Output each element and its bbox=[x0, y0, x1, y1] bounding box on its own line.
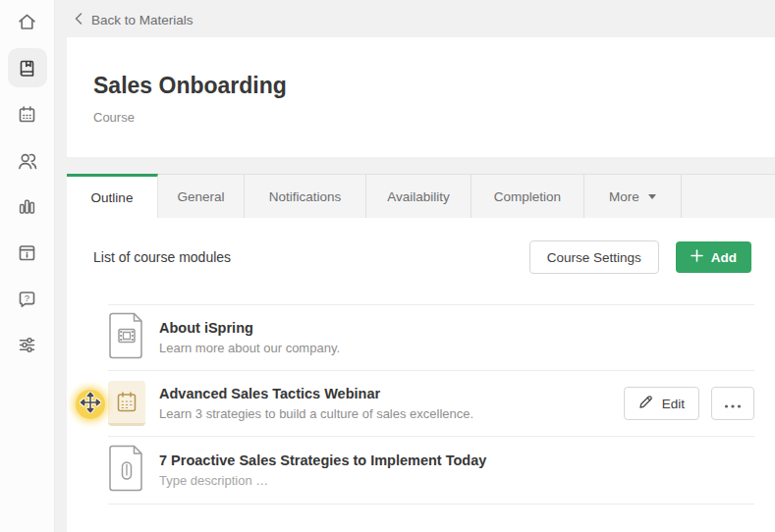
tab-label: Notifications bbox=[269, 189, 342, 204]
tab-more[interactable]: More bbox=[584, 174, 682, 218]
module-description: Learn more about our company. bbox=[159, 341, 754, 355]
breadcrumb[interactable]: Back to Materials bbox=[75, 10, 194, 29]
modules-list-label: List of course modules bbox=[93, 249, 529, 265]
breadcrumb-label: Back to Materials bbox=[91, 13, 194, 27]
module-title: About iSpring bbox=[159, 320, 754, 336]
outline-panel: List of course modules Course Settings A… bbox=[67, 218, 775, 532]
module-row-about-ispring[interactable]: About iSpring Learn more about our compa… bbox=[108, 304, 754, 370]
tab-general[interactable]: General bbox=[158, 174, 245, 218]
tab-outline[interactable]: Outline bbox=[67, 174, 158, 218]
module-description: Learn 3 strategies to build a culture of… bbox=[159, 406, 624, 421]
module-list: About iSpring Learn more about our compa… bbox=[67, 304, 775, 505]
video-file-icon bbox=[108, 312, 145, 363]
svg-text:?: ? bbox=[25, 293, 29, 303]
materials-book-icon bbox=[17, 58, 37, 79]
ellipsis-icon bbox=[724, 397, 742, 411]
tab-label: Outline bbox=[91, 190, 134, 205]
modules-toolbar: List of course modules Course Settings A… bbox=[93, 240, 751, 274]
sidebar-item-people[interactable] bbox=[8, 140, 47, 180]
help-bubble-icon: ? bbox=[17, 289, 37, 309]
add-label: Add bbox=[711, 250, 737, 265]
chevron-left-icon bbox=[75, 13, 83, 27]
calendar-event-icon bbox=[108, 381, 145, 426]
page-subtitle: Course bbox=[93, 110, 135, 125]
module-text: Advanced Sales Tactics Webinar Learn 3 s… bbox=[159, 386, 624, 421]
home-icon bbox=[17, 12, 37, 32]
tab-label: Completion bbox=[494, 189, 561, 204]
tab-notifications[interactable]: Notifications bbox=[245, 174, 366, 218]
sidebar-item-materials[interactable] bbox=[8, 48, 47, 87]
course-tabs: Outline General Notifications Availabili… bbox=[67, 174, 775, 218]
tab-label: General bbox=[177, 189, 224, 204]
page-title: Sales Onboarding bbox=[93, 73, 287, 99]
sidebar-item-help[interactable]: ? bbox=[8, 279, 47, 318]
sidebar-item-calendar[interactable] bbox=[8, 94, 47, 133]
calendar-icon bbox=[17, 104, 37, 125]
pencil-icon bbox=[638, 395, 653, 412]
edit-button[interactable]: Edit bbox=[624, 387, 699, 420]
course-settings-label: Course Settings bbox=[547, 250, 641, 265]
course-header-card: Sales Onboarding Course bbox=[67, 37, 775, 157]
tab-label: More bbox=[609, 189, 639, 204]
add-button[interactable]: Add bbox=[676, 241, 751, 273]
row-actions: Edit bbox=[624, 387, 754, 420]
attachment-file-icon bbox=[108, 445, 145, 496]
sidebar-item-info[interactable] bbox=[8, 233, 47, 272]
module-row-strategies[interactable]: 7 Proactive Sales Strategies to Implemen… bbox=[108, 436, 754, 505]
move-cursor-icon bbox=[80, 392, 101, 417]
more-actions-button[interactable] bbox=[711, 387, 754, 420]
drag-move-cursor[interactable] bbox=[76, 390, 105, 419]
people-icon bbox=[17, 150, 38, 171]
module-description-placeholder: Type description … bbox=[159, 473, 754, 488]
module-text: About iSpring Learn more about our compa… bbox=[159, 320, 754, 355]
reports-chart-icon bbox=[17, 196, 37, 217]
course-settings-button[interactable]: Course Settings bbox=[529, 240, 659, 274]
chevron-down-icon bbox=[648, 194, 656, 199]
tab-strip-filler bbox=[682, 174, 775, 218]
sidebar-item-settings[interactable] bbox=[8, 325, 47, 364]
tab-completion[interactable]: Completion bbox=[471, 174, 584, 218]
sidebar: ? bbox=[0, 0, 55, 532]
module-row-webinar[interactable]: Advanced Sales Tactics Webinar Learn 3 s… bbox=[108, 370, 754, 436]
sidebar-item-reports[interactable] bbox=[8, 186, 47, 226]
edit-label: Edit bbox=[662, 397, 685, 411]
settings-sliders-icon bbox=[17, 335, 37, 355]
tab-availability[interactable]: Availability bbox=[366, 174, 471, 218]
module-title: 7 Proactive Sales Strategies to Implemen… bbox=[159, 452, 754, 468]
info-window-icon bbox=[17, 242, 37, 263]
tab-label: Availability bbox=[387, 189, 450, 204]
plus-icon bbox=[691, 249, 703, 265]
sidebar-item-home[interactable] bbox=[8, 2, 47, 41]
module-text: 7 Proactive Sales Strategies to Implemen… bbox=[159, 452, 754, 488]
module-title: Advanced Sales Tactics Webinar bbox=[159, 386, 624, 401]
